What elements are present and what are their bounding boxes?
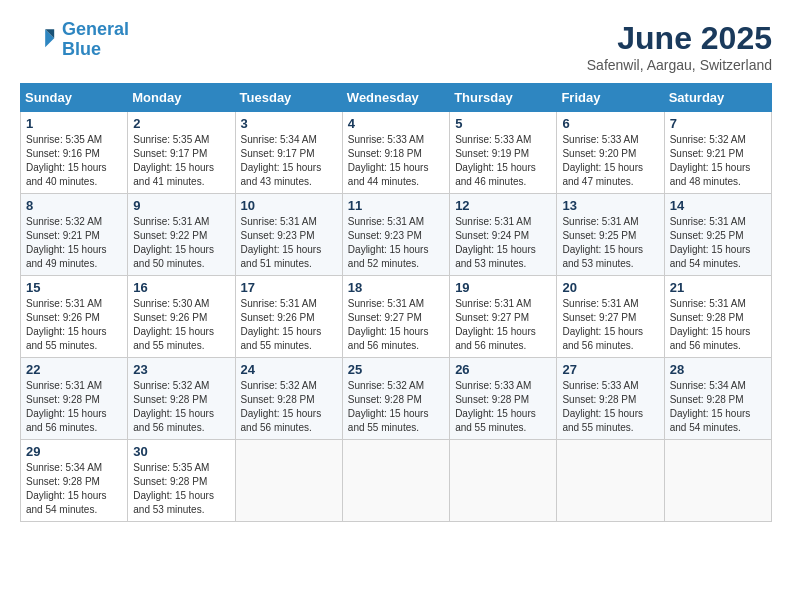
day-info: Sunrise: 5:31 AM Sunset: 9:22 PM Dayligh… xyxy=(133,215,229,271)
table-row: 24 Sunrise: 5:32 AM Sunset: 9:28 PM Dayl… xyxy=(235,358,342,440)
day-number: 11 xyxy=(348,198,444,213)
table-row: 18 Sunrise: 5:31 AM Sunset: 9:27 PM Dayl… xyxy=(342,276,449,358)
table-row: 22 Sunrise: 5:31 AM Sunset: 9:28 PM Dayl… xyxy=(21,358,128,440)
table-row: 10 Sunrise: 5:31 AM Sunset: 9:23 PM Dayl… xyxy=(235,194,342,276)
day-number: 10 xyxy=(241,198,337,213)
header-tuesday: Tuesday xyxy=(235,84,342,112)
day-info: Sunrise: 5:33 AM Sunset: 9:18 PM Dayligh… xyxy=(348,133,444,189)
table-row xyxy=(450,440,557,522)
table-row: 30 Sunrise: 5:35 AM Sunset: 9:28 PM Dayl… xyxy=(128,440,235,522)
day-number: 24 xyxy=(241,362,337,377)
table-row: 3 Sunrise: 5:34 AM Sunset: 9:17 PM Dayli… xyxy=(235,112,342,194)
day-number: 18 xyxy=(348,280,444,295)
table-row: 15 Sunrise: 5:31 AM Sunset: 9:26 PM Dayl… xyxy=(21,276,128,358)
day-info: Sunrise: 5:31 AM Sunset: 9:27 PM Dayligh… xyxy=(348,297,444,353)
day-info: Sunrise: 5:34 AM Sunset: 9:28 PM Dayligh… xyxy=(26,461,122,517)
day-info: Sunrise: 5:31 AM Sunset: 9:26 PM Dayligh… xyxy=(241,297,337,353)
day-info: Sunrise: 5:31 AM Sunset: 9:28 PM Dayligh… xyxy=(670,297,766,353)
day-info: Sunrise: 5:33 AM Sunset: 9:19 PM Dayligh… xyxy=(455,133,551,189)
table-row: 16 Sunrise: 5:30 AM Sunset: 9:26 PM Dayl… xyxy=(128,276,235,358)
day-info: Sunrise: 5:35 AM Sunset: 9:17 PM Dayligh… xyxy=(133,133,229,189)
logo-line1: General xyxy=(62,19,129,39)
day-number: 6 xyxy=(562,116,658,131)
table-row: 25 Sunrise: 5:32 AM Sunset: 9:28 PM Dayl… xyxy=(342,358,449,440)
day-info: Sunrise: 5:31 AM Sunset: 9:23 PM Dayligh… xyxy=(348,215,444,271)
day-number: 14 xyxy=(670,198,766,213)
table-row: 13 Sunrise: 5:31 AM Sunset: 9:25 PM Dayl… xyxy=(557,194,664,276)
day-number: 2 xyxy=(133,116,229,131)
table-row xyxy=(235,440,342,522)
day-number: 4 xyxy=(348,116,444,131)
day-info: Sunrise: 5:31 AM Sunset: 9:26 PM Dayligh… xyxy=(26,297,122,353)
header-saturday: Saturday xyxy=(664,84,771,112)
table-row: 27 Sunrise: 5:33 AM Sunset: 9:28 PM Dayl… xyxy=(557,358,664,440)
day-info: Sunrise: 5:34 AM Sunset: 9:17 PM Dayligh… xyxy=(241,133,337,189)
day-info: Sunrise: 5:32 AM Sunset: 9:28 PM Dayligh… xyxy=(348,379,444,435)
day-number: 27 xyxy=(562,362,658,377)
day-info: Sunrise: 5:35 AM Sunset: 9:28 PM Dayligh… xyxy=(133,461,229,517)
day-number: 8 xyxy=(26,198,122,213)
table-row xyxy=(342,440,449,522)
day-info: Sunrise: 5:35 AM Sunset: 9:16 PM Dayligh… xyxy=(26,133,122,189)
calendar-week-row: 8 Sunrise: 5:32 AM Sunset: 9:21 PM Dayli… xyxy=(21,194,772,276)
day-number: 5 xyxy=(455,116,551,131)
day-number: 3 xyxy=(241,116,337,131)
day-number: 17 xyxy=(241,280,337,295)
table-row: 19 Sunrise: 5:31 AM Sunset: 9:27 PM Dayl… xyxy=(450,276,557,358)
header-thursday: Thursday xyxy=(450,84,557,112)
day-info: Sunrise: 5:31 AM Sunset: 9:28 PM Dayligh… xyxy=(26,379,122,435)
table-row: 5 Sunrise: 5:33 AM Sunset: 9:19 PM Dayli… xyxy=(450,112,557,194)
calendar-week-row: 22 Sunrise: 5:31 AM Sunset: 9:28 PM Dayl… xyxy=(21,358,772,440)
day-info: Sunrise: 5:30 AM Sunset: 9:26 PM Dayligh… xyxy=(133,297,229,353)
header-sunday: Sunday xyxy=(21,84,128,112)
day-number: 28 xyxy=(670,362,766,377)
day-number: 25 xyxy=(348,362,444,377)
day-info: Sunrise: 5:31 AM Sunset: 9:23 PM Dayligh… xyxy=(241,215,337,271)
table-row: 23 Sunrise: 5:32 AM Sunset: 9:28 PM Dayl… xyxy=(128,358,235,440)
weekday-header-row: Sunday Monday Tuesday Wednesday Thursday… xyxy=(21,84,772,112)
day-number: 19 xyxy=(455,280,551,295)
day-info: Sunrise: 5:32 AM Sunset: 9:28 PM Dayligh… xyxy=(241,379,337,435)
day-info: Sunrise: 5:31 AM Sunset: 9:27 PM Dayligh… xyxy=(455,297,551,353)
table-row: 28 Sunrise: 5:34 AM Sunset: 9:28 PM Dayl… xyxy=(664,358,771,440)
day-info: Sunrise: 5:32 AM Sunset: 9:21 PM Dayligh… xyxy=(670,133,766,189)
table-row xyxy=(664,440,771,522)
calendar-week-row: 15 Sunrise: 5:31 AM Sunset: 9:26 PM Dayl… xyxy=(21,276,772,358)
day-number: 23 xyxy=(133,362,229,377)
table-row: 14 Sunrise: 5:31 AM Sunset: 9:25 PM Dayl… xyxy=(664,194,771,276)
logo-line2: Blue xyxy=(62,39,101,59)
day-number: 9 xyxy=(133,198,229,213)
title-area: June 2025 Safenwil, Aargau, Switzerland xyxy=(587,20,772,73)
table-row: 26 Sunrise: 5:33 AM Sunset: 9:28 PM Dayl… xyxy=(450,358,557,440)
header: General Blue June 2025 Safenwil, Aargau,… xyxy=(20,20,772,73)
day-number: 13 xyxy=(562,198,658,213)
table-row: 6 Sunrise: 5:33 AM Sunset: 9:20 PM Dayli… xyxy=(557,112,664,194)
calendar-week-row: 1 Sunrise: 5:35 AM Sunset: 9:16 PM Dayli… xyxy=(21,112,772,194)
logo: General Blue xyxy=(20,20,129,60)
day-info: Sunrise: 5:31 AM Sunset: 9:25 PM Dayligh… xyxy=(670,215,766,271)
day-info: Sunrise: 5:33 AM Sunset: 9:20 PM Dayligh… xyxy=(562,133,658,189)
calendar-subtitle: Safenwil, Aargau, Switzerland xyxy=(587,57,772,73)
day-info: Sunrise: 5:31 AM Sunset: 9:24 PM Dayligh… xyxy=(455,215,551,271)
day-number: 21 xyxy=(670,280,766,295)
table-row xyxy=(557,440,664,522)
table-row: 12 Sunrise: 5:31 AM Sunset: 9:24 PM Dayl… xyxy=(450,194,557,276)
day-number: 15 xyxy=(26,280,122,295)
day-info: Sunrise: 5:32 AM Sunset: 9:21 PM Dayligh… xyxy=(26,215,122,271)
day-info: Sunrise: 5:31 AM Sunset: 9:27 PM Dayligh… xyxy=(562,297,658,353)
day-number: 26 xyxy=(455,362,551,377)
day-info: Sunrise: 5:33 AM Sunset: 9:28 PM Dayligh… xyxy=(562,379,658,435)
day-number: 29 xyxy=(26,444,122,459)
day-info: Sunrise: 5:34 AM Sunset: 9:28 PM Dayligh… xyxy=(670,379,766,435)
calendar-week-row: 29 Sunrise: 5:34 AM Sunset: 9:28 PM Dayl… xyxy=(21,440,772,522)
table-row: 4 Sunrise: 5:33 AM Sunset: 9:18 PM Dayli… xyxy=(342,112,449,194)
day-number: 20 xyxy=(562,280,658,295)
day-info: Sunrise: 5:33 AM Sunset: 9:28 PM Dayligh… xyxy=(455,379,551,435)
day-number: 30 xyxy=(133,444,229,459)
logo-icon xyxy=(20,22,56,58)
day-number: 12 xyxy=(455,198,551,213)
table-row: 11 Sunrise: 5:31 AM Sunset: 9:23 PM Dayl… xyxy=(342,194,449,276)
table-row: 1 Sunrise: 5:35 AM Sunset: 9:16 PM Dayli… xyxy=(21,112,128,194)
table-row: 17 Sunrise: 5:31 AM Sunset: 9:26 PM Dayl… xyxy=(235,276,342,358)
table-row: 7 Sunrise: 5:32 AM Sunset: 9:21 PM Dayli… xyxy=(664,112,771,194)
